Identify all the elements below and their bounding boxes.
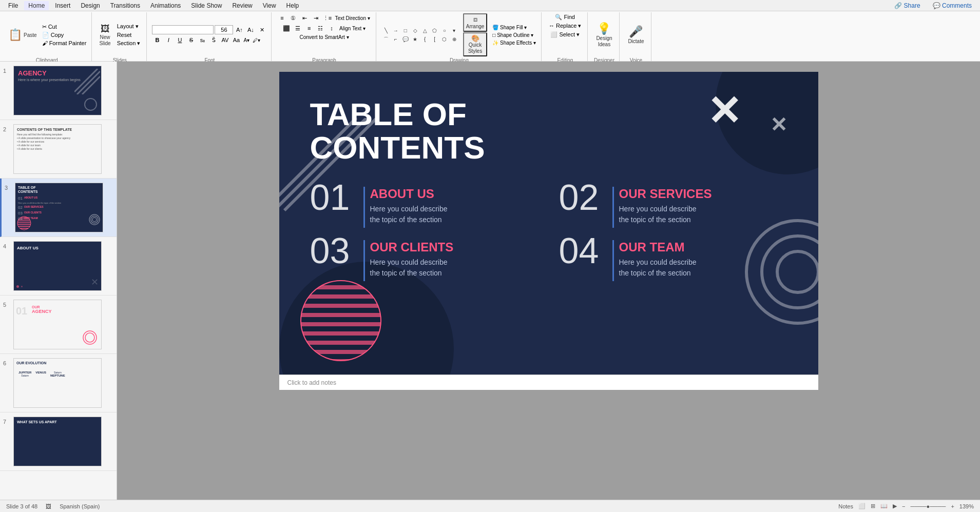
shape-pentagon[interactable]: ⬠ bbox=[430, 27, 439, 35]
align-text-button[interactable]: Align Text ▾ bbox=[338, 26, 367, 31]
slide-preview-1[interactable]: AGENCY Here is where your presentation b… bbox=[13, 66, 102, 115]
slide-sorter[interactable]: ⊞ bbox=[871, 503, 875, 509]
menu-view[interactable]: View bbox=[259, 1, 280, 10]
menu-home[interactable]: Home bbox=[24, 1, 49, 10]
dictate-button[interactable]: 🎤 Dictate bbox=[626, 24, 646, 46]
select-button[interactable]: ⬜ Select ▾ bbox=[548, 31, 582, 38]
main-slide[interactable]: ✕ ✕ bbox=[279, 72, 818, 375]
slide-preview-5[interactable]: 01 OUR AGENCY bbox=[13, 300, 102, 349]
shape-line[interactable]: ╲ bbox=[381, 27, 391, 35]
notes-toggle[interactable]: Notes bbox=[838, 503, 853, 509]
layout-button[interactable]: Layout ▾ bbox=[115, 23, 143, 30]
shape-misc[interactable]: ⊕ bbox=[450, 35, 459, 44]
share-button[interactable]: 🔗 Share bbox=[890, 1, 924, 10]
increase-indent-button[interactable]: ⇥ bbox=[311, 13, 321, 23]
underline-button[interactable]: U bbox=[175, 35, 185, 45]
replace-button[interactable]: ↔ Replace ▾ bbox=[547, 22, 583, 30]
cut-button[interactable]: ✂ Cut bbox=[41, 23, 88, 31]
decrease-indent-button[interactable]: ⇤ bbox=[299, 13, 310, 23]
menu-animations[interactable]: Animations bbox=[146, 1, 185, 10]
bold-button[interactable]: B bbox=[152, 35, 162, 45]
shape-curve[interactable]: ⌒ bbox=[381, 35, 391, 44]
shape-fill-button[interactable]: 🪣 Shape Fill ▾ bbox=[491, 24, 537, 31]
char-spacing-button[interactable]: AV bbox=[220, 35, 230, 45]
zoom-level[interactable]: 139% bbox=[959, 503, 974, 509]
align-center-button[interactable]: ☰ bbox=[293, 24, 303, 33]
slide-panel[interactable]: 1 AGENCY Here is where your presentation… bbox=[0, 62, 117, 500]
menu-transitions[interactable]: Transitions bbox=[106, 1, 144, 10]
find-button[interactable]: 🔍 Find bbox=[553, 13, 577, 21]
align-right-button[interactable]: ≡ bbox=[304, 24, 314, 33]
shape-outline-button[interactable]: □ Shape Outline ▾ bbox=[491, 32, 537, 38]
italic-button[interactable]: I bbox=[163, 35, 174, 45]
shape-bracket[interactable]: [ bbox=[430, 35, 439, 44]
case-button[interactable]: Aa bbox=[231, 35, 241, 45]
copy-button[interactable]: 📄 Copy bbox=[41, 31, 88, 39]
menu-design[interactable]: Design bbox=[76, 1, 104, 10]
highlight-button[interactable]: 🖊▾ bbox=[252, 37, 261, 43]
font-increase-button[interactable]: A↑ bbox=[234, 25, 244, 34]
shape-callout[interactable]: 💬 bbox=[401, 35, 410, 44]
shape-diamond[interactable]: ◇ bbox=[411, 27, 420, 35]
slide-thumb-2[interactable]: 2 CONTENTS OF THIS TEMPLATE Here you wil… bbox=[0, 120, 117, 179]
slide-thumb-1[interactable]: 1 AGENCY Here is where your presentation… bbox=[0, 62, 117, 120]
format-painter-button[interactable]: 🖌 Format Painter bbox=[41, 40, 88, 47]
clear-format-button[interactable]: ✕ bbox=[257, 25, 267, 34]
slide-thumb-7[interactable]: 7 WHAT SETS US APART bbox=[0, 412, 117, 471]
slide-preview-3[interactable]: TABLE OFCONTENTS 01 ABOUT US Here you co… bbox=[15, 183, 103, 232]
zoom-slider[interactable]: ────●──── bbox=[910, 503, 946, 509]
font-size-input[interactable] bbox=[215, 25, 233, 34]
line-spacing-button[interactable]: ↕ bbox=[326, 24, 337, 33]
normal-view[interactable]: ⬜ bbox=[858, 503, 866, 509]
paste-button[interactable]: 📋 Paste bbox=[6, 27, 39, 43]
font-name-input[interactable] bbox=[152, 25, 214, 34]
shape-brace[interactable]: { bbox=[420, 35, 430, 44]
bullets-button[interactable]: ≡ bbox=[277, 13, 287, 23]
strikethrough-button[interactable]: S bbox=[186, 35, 196, 45]
section-button[interactable]: Section ▾ bbox=[115, 40, 143, 47]
menu-help[interactable]: Help bbox=[282, 1, 303, 10]
slide-thumb-3[interactable]: 3 TABLE OFCONTENTS 01 ABOUT US Here you … bbox=[0, 179, 117, 237]
reading-view[interactable]: 📖 bbox=[880, 503, 888, 509]
font-color-button[interactable]: A▾ bbox=[242, 37, 251, 43]
slide-preview-2[interactable]: CONTENTS OF THIS TEMPLATE Here you will … bbox=[13, 124, 102, 174]
shape-arrow[interactable]: → bbox=[391, 27, 400, 35]
text-direction-button[interactable]: Text Direction ▾ bbox=[333, 15, 371, 21]
design-ideas-button[interactable]: 💡 DesignIdeas bbox=[594, 21, 614, 49]
quick-styles-button[interactable]: 🎨 QuickStyles bbox=[463, 32, 488, 56]
shape-effects-button[interactable]: ✨ Shape Effects ▾ bbox=[491, 40, 537, 46]
slide-thumb-4[interactable]: 4 ABOUT US ✕ bbox=[0, 237, 117, 296]
shape-star[interactable]: ★ bbox=[411, 35, 420, 44]
shape-triangle[interactable]: △ bbox=[420, 27, 430, 35]
justify-button[interactable]: ☷ bbox=[315, 24, 325, 33]
font-decrease-button[interactable]: A↓ bbox=[245, 25, 256, 34]
menu-slideshow[interactable]: Slide Show bbox=[187, 1, 226, 10]
shape-circle[interactable]: ○ bbox=[440, 27, 449, 35]
notes-area[interactable]: Click to add notes bbox=[279, 375, 818, 390]
arrange-button[interactable]: ⧈ Arrange bbox=[463, 13, 488, 32]
zoom-in[interactable]: + bbox=[951, 503, 954, 509]
columns-button[interactable]: ⋮≡ bbox=[322, 13, 332, 23]
comments-button[interactable]: 💬 Comments bbox=[929, 1, 976, 10]
numbering-button[interactable]: ① bbox=[288, 13, 298, 23]
slide-thumb-6[interactable]: 6 OUR EVOLUTION JUPITER Saturn VENUS Sat… bbox=[0, 354, 117, 412]
slide-preview-7[interactable]: WHAT SETS US APART bbox=[13, 417, 102, 466]
reset-button[interactable]: Reset bbox=[115, 31, 143, 38]
convert-smartart-button[interactable]: Convert to SmartArt ▾ bbox=[299, 34, 350, 41]
slideshow-view[interactable]: ▶ bbox=[893, 503, 897, 509]
subscript-button[interactable]: s₂ bbox=[197, 35, 207, 45]
shape-connector[interactable]: ⌐ bbox=[391, 35, 400, 44]
canvas-area[interactable]: ✕ ✕ bbox=[117, 62, 980, 500]
shapes-more[interactable]: ▾ bbox=[450, 27, 459, 35]
slide-preview-6[interactable]: OUR EVOLUTION JUPITER Saturn VENUS Satur… bbox=[13, 358, 102, 408]
menu-file[interactable]: File bbox=[4, 1, 22, 10]
shape-rect[interactable]: □ bbox=[401, 27, 410, 35]
shadow-button[interactable]: S̈ bbox=[208, 35, 219, 45]
slide-preview-4[interactable]: ABOUT US ✕ bbox=[13, 241, 102, 291]
menu-insert[interactable]: Insert bbox=[51, 1, 74, 10]
new-slide-button[interactable]: 🖼 NewSlide bbox=[97, 23, 112, 48]
shape-flow[interactable]: ⬡ bbox=[440, 35, 449, 44]
zoom-out[interactable]: − bbox=[902, 503, 905, 509]
slide-thumb-5[interactable]: 5 01 OUR AGENCY bbox=[0, 296, 117, 354]
align-left-button[interactable]: ⬛ bbox=[281, 24, 292, 33]
